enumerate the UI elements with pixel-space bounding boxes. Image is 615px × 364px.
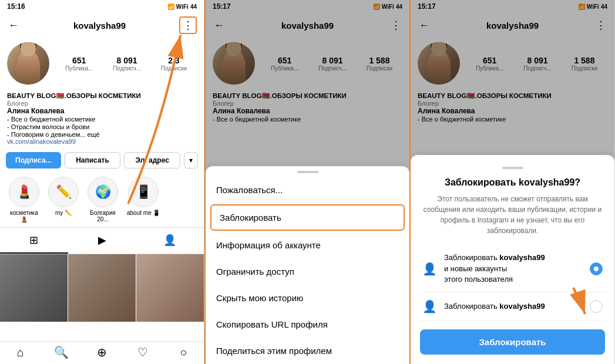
- highlight-label-2: my ✏️: [55, 210, 72, 216]
- menu-copy-url[interactable]: Скопировать URL профиля: [206, 311, 409, 338]
- dialog-desc: Этот пользователь не сможет отправлять в…: [420, 194, 605, 236]
- more-button-1[interactable]: ⋮: [179, 16, 197, 34]
- option-text-1: Заблокировать kovalysha99и новые аккаунт…: [444, 252, 583, 285]
- status-icons-1: 📶 WiFi 44: [167, 4, 197, 10]
- nav-icons-1: ⋮: [179, 16, 197, 34]
- grid-posts-1: [0, 254, 204, 341]
- highlight-circle-3: 🌍: [88, 177, 118, 207]
- dropdown-button-1[interactable]: ▾: [184, 152, 198, 168]
- grid-post-1[interactable]: [0, 254, 68, 322]
- block-confirm-button[interactable]: Заблокировать: [420, 329, 605, 355]
- menu-share-profile[interactable]: Поделиться этим профилем: [206, 338, 409, 364]
- block-dialog: Заблокировать kovalysha99? Этот пользова…: [411, 155, 614, 364]
- bio-line2-1: - Отрастим волосы и брови: [7, 123, 197, 130]
- bio-link-1[interactable]: vk.com/alinakovaleva99: [7, 138, 197, 145]
- panel-2: 15:17 📶 WiFi 44 ← kovalysha99 ⋮ 651 Публ…: [204, 0, 411, 364]
- bio-category-1: Блогер: [7, 100, 197, 107]
- block-option-2[interactable]: 👤 Заблокировать kovalysha99: [420, 292, 605, 321]
- highlight-label-4: about me 📱: [127, 210, 160, 216]
- tab-bar-1: ⊞ ▶ 👤: [0, 227, 204, 254]
- stat-followers-number-1: 8 091: [113, 56, 141, 65]
- stat-posts-1: 651 Публика...: [65, 56, 93, 72]
- highlight-circle-1: 💄: [9, 177, 39, 207]
- highlight-label-3: Болгария 20...: [86, 210, 120, 223]
- radio-2[interactable]: [590, 300, 603, 313]
- menu-sheet-2: Пожаловаться... Заблокировать Информация…: [206, 166, 409, 364]
- status-bar-1: 15:16 📶 WiFi 44: [0, 0, 204, 13]
- menu-block[interactable]: Заблокировать: [210, 204, 405, 231]
- panel-3: 15:17 📶 WiFi 44 ← kovalysha99 ⋮ 651 Публ…: [411, 0, 615, 364]
- highlight-my[interactable]: ✏️ my ✏️: [48, 177, 79, 223]
- person-icon-1: 👤: [422, 262, 437, 276]
- highlight-bulgaria[interactable]: 🌍 Болгария 20...: [86, 177, 120, 223]
- menu-account-info[interactable]: Информация об аккаунте: [206, 232, 409, 258]
- stat-following-number-1: 2 3: [161, 56, 187, 65]
- grid-post-3[interactable]: [136, 254, 204, 322]
- message-button-1[interactable]: Написать: [65, 152, 121, 168]
- stat-following-label-1: Подписки: [161, 65, 187, 72]
- menu-handle-2: [297, 171, 318, 173]
- subscribe-button-1[interactable]: Подписа...: [6, 152, 61, 168]
- dimmed-overlay-3: [411, 0, 614, 170]
- stat-followers-label-1: Подписч...: [113, 65, 141, 72]
- panel-1: 15:16 📶 WiFi 44 ← kovalysha99 ⋮ 651 Публ…: [0, 0, 204, 364]
- stat-posts-number-1: 651: [65, 56, 93, 65]
- option-text-2: Заблокировать kovalysha99: [444, 301, 583, 312]
- dialog-title: Заблокировать kovalysha99?: [420, 177, 605, 188]
- radio-1[interactable]: [590, 262, 603, 275]
- person-icon-2: 👤: [422, 299, 437, 314]
- bio-bold-1: BEAUTY BLOG🇧🇾.ОБЗОРЫ КОСМЕТИКИ: [7, 92, 197, 100]
- highlight-about[interactable]: 📱 about me 📱: [127, 177, 160, 223]
- bottom-nav-1: ⌂ 🔍 ⊕ ♡ ○: [0, 341, 204, 364]
- stat-followers-1: 8 091 Подписч...: [113, 56, 141, 72]
- email-button-1[interactable]: Эл. адрес: [124, 152, 180, 168]
- radio-dot-1: [594, 267, 599, 271]
- bio-line1-1: - Все о бюджетной косметике: [7, 116, 197, 123]
- battery-icon: 44: [190, 4, 197, 10]
- action-buttons-1: Подписа... Написать Эл. адрес ▾: [0, 149, 204, 172]
- profile-header-1: 651 Публика... 8 091 Подписч... 2 3 Подп…: [0, 38, 204, 89]
- highlight-circle-4: 📱: [128, 177, 159, 207]
- highlights-1: 💄 косметика💄 ✏️ my ✏️ 🌍 Болгария 20... 📱…: [0, 172, 204, 227]
- highlight-cosmetics[interactable]: 💄 косметика💄: [7, 177, 41, 223]
- avatar-figure-1: [16, 49, 40, 85]
- tab-reels-1[interactable]: ▶: [68, 228, 136, 254]
- add-nav-1[interactable]: ⊕: [82, 345, 122, 359]
- avatar-head-1: [21, 42, 36, 56]
- avatar-1: [7, 42, 49, 85]
- menu-restrict[interactable]: Ограничить доступ: [206, 258, 409, 285]
- profile-bio-1: BEAUTY BLOG🇧🇾.ОБЗОРЫ КОСМЕТИКИ Блогер Ал…: [0, 89, 204, 149]
- menu-report[interactable]: Пожаловаться...: [206, 177, 409, 203]
- wifi-icon: WiFi: [176, 4, 189, 10]
- stat-following-1: 2 3 Подписки: [161, 56, 187, 72]
- username-1: kovalysha99: [73, 21, 126, 31]
- tab-tagged-1[interactable]: 👤: [136, 228, 204, 254]
- time-1: 15:16: [7, 2, 25, 11]
- profile-nav-1[interactable]: ○: [163, 345, 204, 359]
- search-nav-1[interactable]: 🔍: [41, 345, 81, 359]
- top-nav-1: ← kovalysha99 ⋮: [0, 13, 204, 38]
- highlight-circle-2: ✏️: [48, 177, 79, 207]
- bio-line3-1: - Поговорим о девичьем... ещё: [7, 131, 197, 138]
- stats-1: 651 Публика... 8 091 Подписч... 2 3 Подп…: [55, 56, 197, 72]
- menu-hide-story[interactable]: Скрыть мою историю: [206, 285, 409, 311]
- signal-icon: 📶: [167, 4, 174, 10]
- highlight-label-1: косметика💄: [7, 210, 41, 223]
- dialog-handle: [502, 167, 523, 169]
- heart-nav-1[interactable]: ♡: [122, 345, 163, 359]
- grid-post-2[interactable]: [68, 254, 136, 322]
- stat-posts-label-1: Публика...: [65, 65, 93, 72]
- block-option-1[interactable]: 👤 Заблокировать kovalysha99и новые аккау…: [420, 245, 605, 292]
- tab-grid-1[interactable]: ⊞: [0, 228, 68, 254]
- bio-name-1: Алина Ковалева: [7, 107, 197, 115]
- back-button-1[interactable]: ←: [7, 18, 20, 33]
- home-nav-1[interactable]: ⌂: [0, 345, 41, 359]
